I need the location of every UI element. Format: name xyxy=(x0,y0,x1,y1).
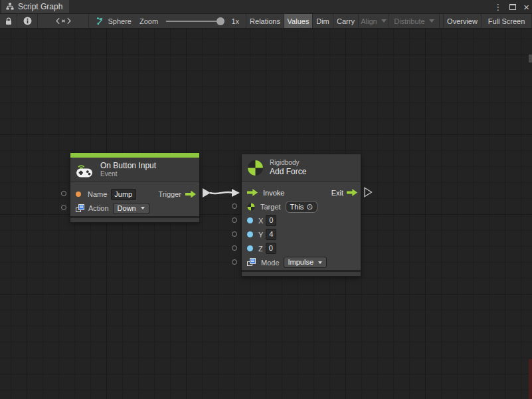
title-bar: Script Graph ⋮ × xyxy=(0,0,532,13)
action-dropdown[interactable]: Down xyxy=(113,203,149,214)
window-controls: ⋮ × xyxy=(493,0,529,13)
node-subtitle: Event xyxy=(100,170,156,178)
mode-dropdown[interactable]: Impulse xyxy=(284,257,327,268)
float-port-dot[interactable] xyxy=(247,231,253,237)
mode-row: Mode Impulse xyxy=(242,255,361,269)
node-add-force[interactable]: Rigidbody Add Force Invoke Exit xyxy=(242,154,361,276)
right-edge-marker-top xyxy=(529,55,532,63)
dropdown-caret-icon xyxy=(141,207,145,209)
graph-icon xyxy=(96,17,104,25)
action-row: Action Down xyxy=(70,201,199,215)
close-icon[interactable]: × xyxy=(523,2,529,12)
input-port[interactable] xyxy=(61,191,66,196)
maximize-icon[interactable] xyxy=(509,4,516,10)
node-header[interactable]: Rigidbody Add Force xyxy=(242,154,361,181)
y-input[interactable]: 4 xyxy=(266,229,276,240)
carry-button[interactable]: Carry xyxy=(333,14,359,28)
z-input[interactable]: 0 xyxy=(266,243,276,254)
graph-name: Sphere xyxy=(108,17,131,25)
lock-icon xyxy=(5,17,12,25)
node-category: Rigidbody xyxy=(270,159,306,167)
align-button[interactable]: Align xyxy=(359,14,389,28)
y-label: Y xyxy=(258,231,263,239)
node-title: Add Force xyxy=(270,167,306,176)
x-input[interactable]: 0 xyxy=(266,215,276,226)
info-icon xyxy=(23,17,32,25)
input-port[interactable] xyxy=(232,217,237,223)
values-button[interactable]: Values xyxy=(284,14,313,28)
overview-button[interactable]: Overview xyxy=(444,14,482,28)
invoke-row: Invoke Exit xyxy=(242,186,361,200)
name-label: Name xyxy=(88,190,107,198)
distribute-button[interactable]: Distribute xyxy=(389,14,440,28)
exit-label: Exit xyxy=(331,189,343,197)
dim-button[interactable]: Dim xyxy=(313,14,333,28)
input-port[interactable] xyxy=(232,259,237,265)
trigger-label: Trigger xyxy=(159,190,181,198)
graph-toolbar: Sphere Zoom 1x Relations Values Dim Carr… xyxy=(0,13,532,29)
rigidbody-port-icon xyxy=(247,203,255,211)
node-footer xyxy=(242,270,361,276)
hierarchy-icon xyxy=(6,3,14,11)
lock-button[interactable] xyxy=(0,14,17,28)
zoom-slider-track[interactable] xyxy=(166,21,221,22)
event-accent-bar xyxy=(70,153,199,158)
dropdown-caret-icon xyxy=(381,19,387,23)
graph-context: Sphere Zoom 1x xyxy=(89,14,246,28)
code-icon xyxy=(56,17,71,25)
input-port[interactable] xyxy=(61,205,66,210)
name-row: Name Jump Trigger xyxy=(70,188,199,201)
info-button[interactable] xyxy=(17,14,38,28)
node-body: Invoke Exit Target This ⊙ xyxy=(242,181,361,270)
exit-flow-arrow-icon[interactable] xyxy=(347,189,357,196)
tab-title: Script Graph xyxy=(18,2,62,11)
code-view-button[interactable] xyxy=(38,14,89,28)
window-menu-icon[interactable]: ⋮ xyxy=(493,3,502,11)
relations-button[interactable]: Relations xyxy=(246,14,284,28)
node-footer xyxy=(70,216,199,222)
node-on-button-input[interactable]: On Button Input Event Name Jump Trigger xyxy=(70,153,199,222)
node-header[interactable]: On Button Input Event xyxy=(70,158,199,182)
node-title: On Button Input xyxy=(100,161,156,170)
graph-canvas[interactable]: On Button Input Event Name Jump Trigger xyxy=(0,29,532,399)
mode-label: Mode xyxy=(261,259,280,267)
z-row: Z 0 xyxy=(242,241,361,255)
target-object-field[interactable]: This ⊙ xyxy=(286,201,318,213)
zoom-label: Zoom xyxy=(139,17,158,25)
string-port-dot[interactable] xyxy=(76,192,81,197)
float-port-dot[interactable] xyxy=(247,245,253,251)
invoke-flow-arrow-icon[interactable] xyxy=(247,189,258,196)
zoom-value: 1x xyxy=(231,17,239,25)
enum-icon xyxy=(247,258,256,267)
input-port[interactable] xyxy=(232,203,237,209)
name-input[interactable]: Jump xyxy=(111,189,136,200)
x-label: X xyxy=(258,217,263,225)
tab-script-graph[interactable]: Script Graph xyxy=(1,0,69,13)
input-port[interactable] xyxy=(232,231,237,237)
float-port-dot[interactable] xyxy=(247,217,253,223)
node-body: Name Jump Trigger Action xyxy=(70,182,199,216)
input-port[interactable] xyxy=(232,245,237,251)
y-row: Y 4 xyxy=(242,227,361,241)
z-label: Z xyxy=(258,245,263,253)
target-row: Target This ⊙ xyxy=(242,200,361,213)
target-label: Target xyxy=(260,203,281,211)
right-edge-marker-bottom xyxy=(529,359,532,399)
dropdown-caret-icon xyxy=(318,261,322,264)
script-graph-window: Script Graph ⋮ × xyxy=(0,0,532,399)
object-picker-icon[interactable]: ⊙ xyxy=(306,203,313,211)
gamepad-icon xyxy=(76,162,94,178)
exit-port-triangle-icon xyxy=(365,188,372,197)
x-row: X 0 xyxy=(242,213,361,227)
full-screen-button[interactable]: Full Screen xyxy=(482,14,532,28)
dropdown-caret-icon xyxy=(429,19,434,23)
action-label: Action xyxy=(88,204,109,212)
rigidbody-icon xyxy=(247,160,264,176)
enum-icon xyxy=(76,204,84,213)
zoom-slider-handle[interactable] xyxy=(217,17,224,25)
invoke-label: Invoke xyxy=(263,189,284,197)
trigger-flow-arrow-icon[interactable] xyxy=(185,191,196,198)
